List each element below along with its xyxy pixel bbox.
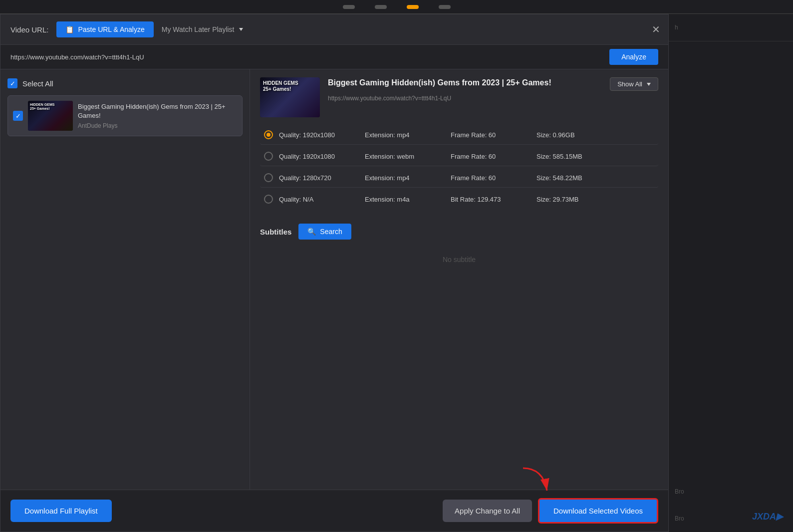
size-label: Size: 548.22MB xyxy=(536,174,582,182)
video-checkbox[interactable]: ✓ xyxy=(13,111,23,121)
show-all-button[interactable]: Show All xyxy=(610,77,658,91)
quality-list: Quality: 1920x1080 Extension: mp4 Frame … xyxy=(260,125,658,209)
radio-inner xyxy=(266,133,270,137)
watch-later-playlist-button[interactable]: My Watch Later Playlist xyxy=(162,25,243,33)
content-area: ✓ Select All ✓ HIDDEN GEMS25+ Games! Big… xyxy=(0,69,668,490)
video-info: Biggest Gaming Hidden(ish) Gems from 202… xyxy=(78,102,237,129)
extension-label: Extension: mp4 xyxy=(365,131,445,139)
detail-thumbnail: HIDDEN GEMS25+ Games! xyxy=(260,77,320,117)
video-thumbnail: HIDDEN GEMS25+ Games! xyxy=(28,101,73,131)
quality-label: Quality: 1280x720 xyxy=(279,174,359,182)
quality-radio-3[interactable] xyxy=(264,173,273,182)
side-label-top: h xyxy=(669,14,793,41)
show-all-label: Show All xyxy=(617,80,642,88)
framerate-label: Frame Rate: 60 xyxy=(451,153,530,160)
extension-label: Extension: m4a xyxy=(365,196,445,203)
top-dot-2 xyxy=(375,5,387,9)
playlist-label: My Watch Later Playlist xyxy=(162,25,235,33)
select-all-row: ✓ Select All xyxy=(7,76,243,90)
detail-row-top: Biggest Gaming Hidden(ish) Gems from 202… xyxy=(328,77,658,91)
main-dialog: Video URL: 📋 Paste URL & Analyze My Watc… xyxy=(0,14,669,532)
apply-change-button[interactable]: Apply Change to All xyxy=(443,500,532,522)
url-input[interactable] xyxy=(10,53,603,61)
extension-label: Extension: mp4 xyxy=(365,174,445,182)
left-panel: ✓ Select All ✓ HIDDEN GEMS25+ Games! Big… xyxy=(0,69,250,490)
jxda-watermark: JXDA▶ xyxy=(752,511,783,522)
paste-btn-label: Paste URL & Analyze xyxy=(78,25,144,33)
detail-thumb-art-text: HIDDEN GEMS25+ Games! xyxy=(263,80,317,92)
top-bar-dots xyxy=(343,5,451,9)
download-selected-wrapper: Download Selected Videos xyxy=(538,498,658,524)
size-label: Size: 585.15MB xyxy=(536,153,582,160)
detail-url: https://www.youtube.com/watch?v=tttt4h1-… xyxy=(328,95,658,102)
chevron-down-icon xyxy=(239,28,243,31)
search-subtitles-button[interactable]: 🔍 Search xyxy=(298,224,351,240)
red-arrow-icon xyxy=(518,463,553,498)
video-title: Biggest Gaming Hidden(ish) Gems from 202… xyxy=(78,102,237,120)
quality-radio-2[interactable] xyxy=(264,152,273,161)
dialog-header: Video URL: 📋 Paste URL & Analyze My Watc… xyxy=(0,14,668,45)
no-subtitle-text: No subtitle xyxy=(260,256,658,482)
top-bar xyxy=(0,0,793,14)
download-full-playlist-button[interactable]: Download Full Playlist xyxy=(10,500,112,522)
quality-radio-4[interactable] xyxy=(264,195,273,204)
chevron-down-icon xyxy=(647,83,651,86)
clipboard-icon: 📋 xyxy=(65,25,74,33)
check-icon: ✓ xyxy=(10,80,15,87)
extension-label: Extension: webm xyxy=(365,153,445,160)
detail-title: Biggest Gaming Hidden(ish) Gems from 202… xyxy=(328,77,551,88)
size-label: Size: 0.96GB xyxy=(536,131,575,139)
subtitles-row: Subtitles 🔍 Search xyxy=(260,219,658,240)
video-url-label: Video URL: xyxy=(10,25,48,34)
right-side-panel: h Bro Bro xyxy=(669,14,793,532)
framerate-label: Frame Rate: 60 xyxy=(451,174,530,182)
quality-label: Quality: N/A xyxy=(279,196,359,203)
quality-row[interactable]: Quality: N/A Extension: m4a Bit Rate: 12… xyxy=(260,190,658,209)
analyze-button[interactable]: Analyze xyxy=(609,49,658,65)
quality-row[interactable]: Quality: 1280x720 Extension: mp4 Frame R… xyxy=(260,168,658,188)
paste-url-button[interactable]: 📋 Paste URL & Analyze xyxy=(56,21,153,37)
select-all-label: Select All xyxy=(22,79,53,88)
thumb-art-text: HIDDEN GEMS25+ Games! xyxy=(30,103,71,110)
quality-label: Quality: 1920x1080 xyxy=(279,131,359,139)
close-button[interactable]: ✕ xyxy=(652,24,660,34)
search-btn-label: Search xyxy=(320,228,342,236)
quality-row[interactable]: Quality: 1920x1080 Extension: mp4 Frame … xyxy=(260,125,658,145)
check-icon: ✓ xyxy=(15,113,21,119)
top-dot-1 xyxy=(343,5,355,9)
detail-header: HIDDEN GEMS25+ Games! Biggest Gaming Hid… xyxy=(260,77,658,117)
list-item[interactable]: ✓ HIDDEN GEMS25+ Games! Biggest Gaming H… xyxy=(7,95,243,136)
framerate-label: Bit Rate: 129.473 xyxy=(451,196,530,203)
select-all-checkbox[interactable]: ✓ xyxy=(7,78,17,88)
size-label: Size: 29.73MB xyxy=(536,196,579,203)
side-label-bro1: Bro xyxy=(669,478,793,505)
bottom-bar: Download Full Playlist Apply Change to A… xyxy=(0,490,668,532)
top-dot-4 xyxy=(439,5,451,9)
search-icon: 🔍 xyxy=(307,228,316,236)
framerate-label: Frame Rate: 60 xyxy=(451,131,530,139)
right-panel: HIDDEN GEMS25+ Games! Biggest Gaming Hid… xyxy=(250,69,668,490)
quality-label: Quality: 1920x1080 xyxy=(279,153,359,160)
detail-thumb-art: HIDDEN GEMS25+ Games! xyxy=(260,77,320,117)
download-selected-videos-button[interactable]: Download Selected Videos xyxy=(538,498,658,524)
top-dot-3 xyxy=(407,5,419,9)
quality-row[interactable]: Quality: 1920x1080 Extension: webm Frame… xyxy=(260,147,658,166)
subtitles-label: Subtitles xyxy=(260,228,291,236)
video-channel: AntDude Plays xyxy=(78,122,237,129)
thumb-art: HIDDEN GEMS25+ Games! xyxy=(28,101,73,131)
url-bar: Analyze xyxy=(0,45,668,69)
detail-info-right: Biggest Gaming Hidden(ish) Gems from 202… xyxy=(328,77,658,102)
quality-radio-1[interactable] xyxy=(264,130,273,139)
